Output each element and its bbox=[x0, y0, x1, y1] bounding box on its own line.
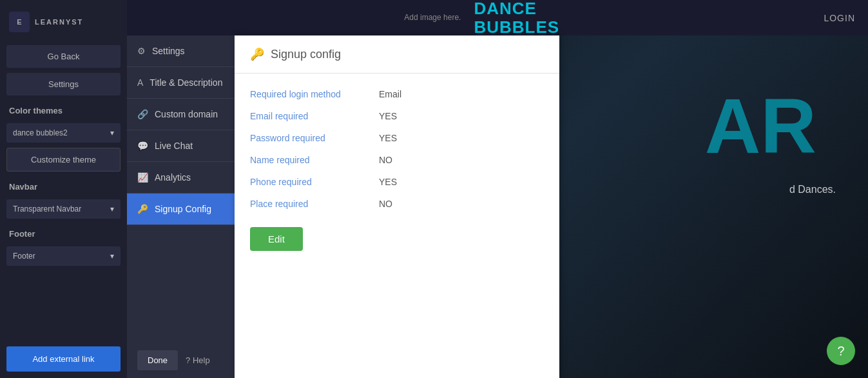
add-image-text: Add image here. bbox=[404, 13, 461, 23]
chevron-down-icon: ▾ bbox=[110, 252, 114, 261]
customize-theme-button[interactable]: Customize theme bbox=[6, 148, 121, 172]
sidebar-item-signup-config[interactable]: 🔑 Signup Config bbox=[127, 194, 235, 225]
header-key-icon: 🔑 bbox=[250, 47, 264, 61]
config-row: Email requiredYES bbox=[250, 111, 544, 121]
content-body: Required login methodEmailEmail required… bbox=[235, 74, 559, 378]
config-value: NO bbox=[379, 199, 392, 209]
config-label: Password required bbox=[250, 133, 379, 143]
key-icon: 🔑 bbox=[137, 204, 148, 214]
navbar-label: Navbar bbox=[6, 177, 121, 194]
brand-title-line2: BUBBLES bbox=[474, 18, 559, 37]
sidebar-item-signup-config-label: Signup Config bbox=[155, 204, 211, 214]
config-row: Phone requiredYES bbox=[250, 177, 544, 187]
left-sidebar: E LEARNYST Go Back Settings Color themes… bbox=[0, 0, 127, 378]
analytics-icon: 📈 bbox=[137, 172, 148, 183]
bg-sub-text: d Dances. bbox=[789, 184, 836, 195]
config-label: Phone required bbox=[250, 177, 379, 187]
bg-text-ar: AR bbox=[705, 87, 816, 164]
sidebar-item-title-description[interactable]: A Title & Description bbox=[127, 67, 235, 99]
color-theme-value: dance bubbles2 bbox=[13, 128, 68, 137]
footer-dropdown[interactable]: Footer ▾ bbox=[6, 246, 121, 266]
brand-title-line1: DANCE bbox=[474, 0, 559, 18]
config-row: Password requiredYES bbox=[250, 133, 544, 143]
done-button[interactable]: Done bbox=[137, 350, 178, 370]
chevron-down-icon: ▾ bbox=[110, 204, 114, 214]
navbar-dropdown[interactable]: Transparent Navbar ▾ bbox=[6, 199, 121, 219]
config-row: Name requiredNO bbox=[250, 155, 544, 165]
login-label: LOGIN bbox=[824, 13, 855, 23]
content-header: 🔑 Signup config bbox=[235, 35, 559, 74]
logo-icon: E bbox=[9, 12, 30, 32]
sidebar-item-analytics[interactable]: 📈 Analytics bbox=[127, 162, 235, 194]
top-bar: Add image here. DANCE BUBBLES LOGIN bbox=[127, 0, 868, 35]
go-back-button[interactable]: Go Back bbox=[6, 45, 121, 68]
chat-bubble[interactable]: ? bbox=[827, 337, 855, 365]
config-value: YES bbox=[379, 133, 397, 143]
add-external-link-button[interactable]: Add external link bbox=[6, 346, 121, 372]
sidebar-item-analytics-label: Analytics bbox=[155, 172, 191, 183]
chevron-down-icon: ▾ bbox=[110, 128, 114, 137]
sidebar-item-title-label: Title & Description bbox=[149, 77, 222, 88]
footer-value: Footer bbox=[13, 252, 35, 261]
footer-label: Footer bbox=[6, 224, 121, 241]
config-row: Place requiredNO bbox=[250, 199, 544, 209]
settings-icon: ⚙ bbox=[137, 46, 146, 56]
config-label: Name required bbox=[250, 155, 379, 165]
edit-button[interactable]: Edit bbox=[250, 227, 303, 251]
sidebar-item-live-chat-label: Live Chat bbox=[155, 141, 193, 151]
chat-icon: 💬 bbox=[137, 141, 148, 151]
top-bar-center: Add image here. DANCE BUBBLES bbox=[140, 0, 824, 36]
logo-text: LEARNYST bbox=[35, 18, 83, 26]
color-themes-label: Color themes bbox=[6, 101, 121, 118]
config-label: Email required bbox=[250, 111, 379, 121]
config-value: YES bbox=[379, 111, 397, 121]
sidebar-item-settings-label: Settings bbox=[152, 46, 185, 56]
settings-panel: ⚙ Settings A Title & Description 🔗 Custo… bbox=[127, 35, 235, 378]
config-label: Required login method bbox=[250, 89, 379, 99]
config-label: Place required bbox=[250, 199, 379, 209]
config-value: NO bbox=[379, 155, 392, 165]
settings-bottom: Done ? Help bbox=[127, 343, 235, 378]
logo-area: E LEARNYST bbox=[6, 6, 121, 37]
settings-button[interactable]: Settings bbox=[6, 73, 121, 95]
sidebar-item-live-chat[interactable]: 💬 Live Chat bbox=[127, 130, 235, 162]
help-button[interactable]: ? Help bbox=[186, 355, 210, 365]
sidebar-item-custom-domain[interactable]: 🔗 Custom domain bbox=[127, 99, 235, 130]
content-header-title: Signup config bbox=[271, 48, 341, 61]
content-panel: 🔑 Signup config Required login methodEma… bbox=[235, 35, 559, 378]
navbar-value: Transparent Navbar bbox=[13, 204, 81, 214]
config-row: Required login methodEmail bbox=[250, 89, 544, 99]
link-icon: 🔗 bbox=[137, 109, 148, 119]
sidebar-item-custom-domain-label: Custom domain bbox=[155, 109, 218, 119]
title-icon: A bbox=[137, 77, 143, 88]
sidebar-item-settings[interactable]: ⚙ Settings bbox=[127, 35, 235, 67]
config-value: YES bbox=[379, 177, 397, 187]
color-theme-dropdown[interactable]: dance bubbles2 ▾ bbox=[6, 123, 121, 143]
config-value: Email bbox=[379, 89, 401, 99]
